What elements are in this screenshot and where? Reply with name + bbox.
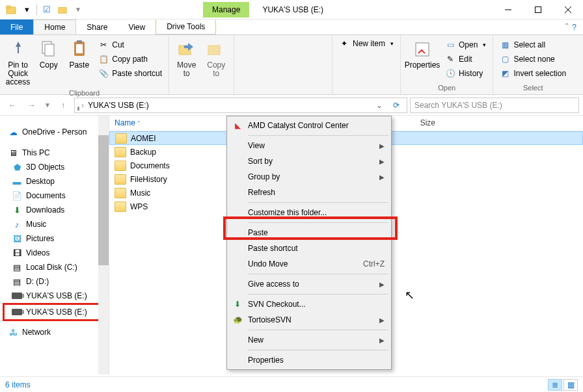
tree-music[interactable]: ♪Music [3,217,106,231]
copy-label: Copy [40,61,58,70]
new-item-button[interactable]: ✦New item▾ [336,36,396,51]
tree-local-disk-c[interactable]: ▤Local Disk (C:) [3,260,106,274]
manage-contextual-tab[interactable]: Manage [203,2,249,18]
details-view-button[interactable]: ≣ [548,379,562,391]
svg-rect-8 [45,44,54,56]
copy-path-button[interactable]: 📋Copy path [96,52,165,66]
maximize-button[interactable] [523,0,553,20]
moveto-label: Move to [174,61,199,78]
cube-icon: ⬟ [12,162,22,172]
paste-button[interactable]: Paste [65,38,93,71]
separator [248,350,388,350]
ctx-paste-shortcut[interactable]: Paste shortcut [228,241,390,256]
folder-small-icon[interactable] [55,3,70,17]
tab-view[interactable]: View [118,20,156,34]
separator [248,294,388,294]
ctx-groupby[interactable]: Group by▶ [228,169,390,185]
drive-icon: ▤ [12,262,22,272]
status-bar: 6 items ≣ ▦ [0,376,583,392]
collapse-ribbon-icon[interactable]: ˆ [565,23,568,32]
usb-drive-icon [12,307,22,317]
usb-drive-icon [12,291,22,301]
ctx-tortoisesvn[interactable]: 🐢TortoiseSVN▶ [228,312,390,328]
svg-rect-4 [536,7,541,12]
ctx-new[interactable]: New▶ [228,332,390,348]
help-icon[interactable]: ? [572,23,576,32]
invert-selection-button[interactable]: ◩Invert selection [497,66,569,81]
recent-dropdown-icon[interactable]: ▼ [43,97,52,114]
select-none-button[interactable]: ▢Select none [497,52,569,66]
select-all-button[interactable]: ▦Select all [497,38,569,52]
open-button[interactable]: ▭Open▾ [442,38,489,52]
ctx-customize[interactable]: Customize this folder... [228,205,390,220]
tree-network[interactable]: 🖧Network [3,325,106,339]
col-name[interactable]: Name [109,116,236,131]
qat-overflow-icon[interactable]: ▼ [71,3,85,17]
svg-rect-10 [76,44,83,53]
tab-file[interactable]: File [0,20,33,34]
separator [248,330,388,330]
qat-dropdown-icon[interactable]: ▾ [20,3,34,17]
tab-drivetools[interactable]: Drive Tools [156,20,216,34]
chevron-right-icon: ▶ [379,317,385,324]
paste-shortcut-button[interactable]: 📎Paste shortcut [96,66,165,81]
tab-home[interactable]: Home [33,20,76,34]
large-icons-view-button[interactable]: ▦ [563,379,578,391]
up-button[interactable]: ↑ [55,97,72,114]
tree-videos[interactable]: 🎞Videos [3,246,106,260]
cloud-icon: ☁ [8,127,18,137]
ctx-sortby[interactable]: Sort by▶ [228,153,390,169]
ctx-refresh[interactable]: Refresh [228,185,390,200]
tab-share[interactable]: Share [76,20,118,34]
tree-desktop[interactable]: ▬Desktop [3,174,106,189]
navigation-tree: ☁OneDrive - Person 🖥This PC ⬟3D Objects … [0,116,109,374]
copy-to-button[interactable]: Copy to [203,38,230,79]
ctx-give-access[interactable]: Give access to▶ [228,276,390,292]
copyto-label: Copy to [204,61,229,78]
checkbox-icon[interactable]: ☑ [40,3,54,17]
pasteshortcut-icon: 📎 [98,68,109,79]
edit-button[interactable]: ✎Edit [442,52,489,66]
cut-button[interactable]: ✂Cut [96,38,165,52]
pictures-icon: 🖼 [12,233,22,244]
tree-documents[interactable]: 📄Documents [3,189,106,203]
ctx-properties[interactable]: Properties [228,352,390,368]
tree-3d-objects[interactable]: ⬟3D Objects [3,160,106,174]
properties-button[interactable]: Properties [405,38,440,71]
pin-quick-access-button[interactable]: Pin to Quick access [4,38,32,88]
col-size[interactable]: Size [389,116,441,131]
copy-button[interactable]: Copy [34,38,62,71]
tree-usb-e-2[interactable]: YUKA'S USB (E:) [3,303,106,321]
tortoise-icon: 🐢 [232,315,243,325]
desktop-icon: ▬ [12,176,22,187]
search-input[interactable]: Search YUKA'S USB (E:) [410,98,579,113]
close-button[interactable] [553,0,583,20]
ctx-paste[interactable]: Paste [228,225,390,241]
refresh-button[interactable]: ⟳ [388,101,404,110]
ctx-amd[interactable]: ◣AMD Catalyst Control Center [228,118,390,133]
address-dropdown-icon[interactable]: ⌄ [374,101,385,110]
tree-scroll-thumb[interactable] [98,135,109,265]
address-path: YUKA'S USB (E:) [88,101,149,110]
history-button[interactable]: 🕓History [442,66,489,81]
tree-this-pc[interactable]: 🖥This PC [3,146,106,160]
folder-icon [4,3,18,17]
move-to-button[interactable]: Move to [173,38,200,79]
tree-usb-e-1[interactable]: YUKA'S USB (E:) [3,289,106,303]
address-box[interactable]: › YUKA'S USB (E:) ⌄ ⟳ [74,98,407,113]
back-button[interactable]: ← [4,97,21,114]
tree-pictures[interactable]: 🖼Pictures [3,231,106,246]
quick-access-toolbar: ▾ ☑ ▼ [0,3,89,17]
ctx-view[interactable]: View▶ [228,138,390,153]
minimize-button[interactable] [493,0,523,20]
tree-downloads[interactable]: ⬇Downloads [3,203,106,217]
folder-icon [115,202,126,212]
forward-button[interactable]: → [23,97,40,114]
tree-drive-d[interactable]: ▤D: (D:) [3,274,106,289]
tree-onedrive[interactable]: ☁OneDrive - Person [3,125,106,139]
music-icon: ♪ [12,219,22,229]
ctx-svn-checkout[interactable]: ⬇SVN Checkout... [228,296,390,312]
network-icon: 🖧 [8,327,18,337]
ctx-undo-move[interactable]: Undo MoveCtrl+Z [228,256,390,272]
pin-label: Pin to Quick access [5,61,31,86]
